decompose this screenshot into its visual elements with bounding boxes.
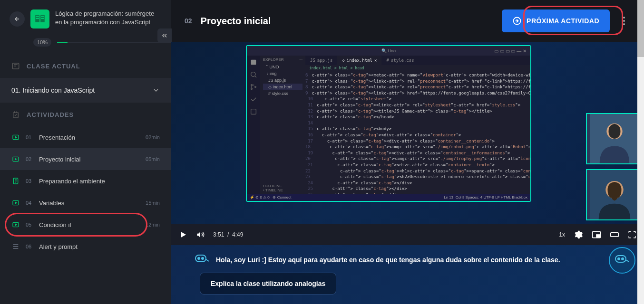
svg-point-13	[251, 88, 253, 90]
explorer-file: › img	[263, 70, 302, 77]
svg-point-14	[255, 86, 256, 88]
main-content: 02 Proyecto inicial PRÓXIMA ACTIVIDAD 🔍 …	[171, 0, 644, 304]
activity-number: 03	[26, 178, 33, 184]
vscode-explorer: EXPLORER··· ˅ UNO › img JS app.js ◇ inde…	[260, 56, 305, 201]
play-icon	[11, 155, 20, 163]
progress-label: 10%	[33, 38, 51, 47]
vscode-window: 🔍 Uno ▭ ▭ ▭ ▭ — ✕ EXPLORER··· ˅ UNO › im…	[246, 45, 531, 202]
activity-duration: 05min	[146, 156, 160, 162]
editor-breadcrumb: index.html > html > head	[305, 65, 530, 71]
next-activity-button[interactable]: PRÓXIMA ACTIVIDAD	[502, 10, 610, 32]
activity-item-alert-prompt[interactable]: 06 Alert y prompt	[0, 236, 171, 257]
list-icon	[11, 242, 20, 251]
theater-icon[interactable]	[610, 230, 619, 239]
video-time: 3:51 / 4:49	[213, 231, 243, 238]
activity-name: Condición if	[39, 221, 140, 228]
video-controls: 3:51 / 4:49 1x	[171, 224, 644, 245]
editor-tab: # style.css	[381, 56, 419, 65]
presenter-webcam-1	[586, 113, 643, 164]
activity-name: Proyecto inicial	[39, 156, 140, 163]
browser-scrollbar[interactable]	[637, 0, 644, 304]
activity-duration: 02min	[146, 134, 160, 140]
activity-number: 05	[26, 222, 33, 228]
main-header: 02 Proyecto inicial PRÓXIMA ACTIVIDAD	[171, 0, 644, 42]
volume-button[interactable]	[196, 230, 205, 239]
luri-greeting: Hola, soy Luri :] Estoy aquí para ayudar…	[216, 256, 560, 264]
sidebar: Lógica de programación: sumérgete en la …	[0, 0, 171, 304]
back-button[interactable]	[10, 11, 25, 27]
progress-bar	[57, 42, 162, 43]
activity-number: 01	[26, 134, 33, 140]
video-area[interactable]: 🔍 Uno ▭ ▭ ▭ ▭ — ✕ EXPLORER··· ˅ UNO › im…	[171, 42, 644, 224]
editor-tab: JS app.js	[305, 56, 337, 65]
scrollbar-thumb[interactable]	[637, 0, 644, 57]
svg-rect-22	[611, 233, 619, 237]
course-icon	[30, 10, 49, 28]
svg-point-12	[251, 85, 253, 86]
svg-point-8	[623, 20, 625, 22]
explorer-folder: ˅ UNO	[263, 64, 302, 70]
svg-point-9	[623, 23, 625, 25]
activity-number: 06	[26, 244, 33, 249]
class-title: 01. Iniciando con JavaScript	[11, 86, 95, 94]
playback-speed[interactable]: 1x	[559, 231, 565, 238]
settings-icon[interactable]	[574, 230, 583, 239]
class-item[interactable]: 01. Iniciando con JavaScript	[0, 78, 171, 103]
course-title: Lógica de programación: sumérgete en la …	[55, 10, 162, 27]
svg-rect-15	[251, 109, 256, 114]
vscode-editor: JS app.js ◇ index.html ✕ # style.css ind…	[305, 56, 530, 201]
activity-item-variables[interactable]: 04 Variables 15min	[0, 192, 171, 214]
vscode-search: 🔍 Uno	[381, 48, 396, 53]
doc-icon	[11, 177, 20, 185]
more-options-button[interactable]	[617, 14, 631, 28]
play-icon	[11, 133, 20, 142]
activity-item-preparando-ambiente[interactable]: 03 Preparando el ambiente	[0, 170, 171, 192]
collapse-sidebar-button[interactable]	[157, 28, 172, 43]
explorer-file: # style.css	[263, 90, 302, 97]
code-content: 6c-attr"> class="c-tag"><metac-attr"> na…	[305, 71, 530, 199]
sidebar-header: Lógica de programación: sumérgete en la …	[0, 0, 171, 38]
activities-list: 01 Presentación 02min 02 Proyecto inicia…	[0, 126, 171, 304]
activity-title: Proyecto inicial	[201, 16, 271, 27]
fullscreen-icon[interactable]	[628, 230, 636, 239]
svg-rect-21	[596, 235, 600, 237]
explorer-file: ◇ index.html	[263, 84, 302, 90]
activity-duration: 12min	[146, 222, 160, 228]
chevron-down-icon	[152, 86, 160, 94]
play-button[interactable]	[179, 230, 187, 239]
activity-number: 04	[26, 200, 33, 206]
presenter-webcam-2	[586, 169, 643, 220]
chat-fab-button[interactable]	[609, 247, 635, 274]
pip-icon[interactable]	[592, 230, 601, 239]
svg-rect-26	[615, 256, 626, 262]
progress-row: 10%	[0, 38, 171, 54]
assistant-section: Hola, soy Luri :] Estoy aquí para ayudar…	[171, 245, 644, 304]
svg-rect-10	[251, 60, 256, 65]
activity-number: 02	[26, 156, 33, 162]
explorer-file: JS app.js	[263, 77, 302, 84]
activity-name: Alert y prompt	[39, 243, 154, 250]
activity-item-proyecto-inicial[interactable]: 02 Proyecto inicial 05min	[0, 148, 171, 170]
current-class-section-label: CLASE ACTUAL	[0, 54, 171, 78]
svg-point-28	[622, 258, 624, 260]
svg-point-11	[251, 72, 255, 76]
svg-point-27	[618, 258, 620, 260]
activity-duration: 15min	[146, 200, 160, 206]
vscode-activitybar	[247, 56, 260, 201]
activity-number: 02	[185, 17, 192, 25]
activity-name: Preparando el ambiente	[39, 178, 154, 185]
activity-item-presentacion[interactable]: 01 Presentación 02min	[0, 126, 171, 148]
editor-tab: ◇ index.html ✕	[337, 56, 381, 65]
vscode-titlebar: 🔍 Uno ▭ ▭ ▭ ▭ — ✕	[247, 46, 530, 56]
activities-section-label: ACTIVIDADES	[0, 103, 171, 126]
play-icon	[11, 199, 20, 207]
arrow-right-circle-icon	[512, 16, 522, 26]
svg-rect-23	[195, 255, 206, 262]
chat-icon	[195, 255, 209, 265]
activity-name: Presentación	[39, 134, 140, 141]
vscode-statusbar: ⚡ ⊘ 0 ⚠ 0 ⊕ Connect Ln 13, Col 8 Spaces:…	[247, 194, 530, 201]
explain-button[interactable]: Explica la clase utilizando analogías	[200, 273, 336, 294]
activity-item-condicion-if[interactable]: 05 Condición if 12min	[0, 214, 171, 236]
progress-fill	[57, 42, 68, 43]
svg-point-7	[623, 17, 625, 19]
